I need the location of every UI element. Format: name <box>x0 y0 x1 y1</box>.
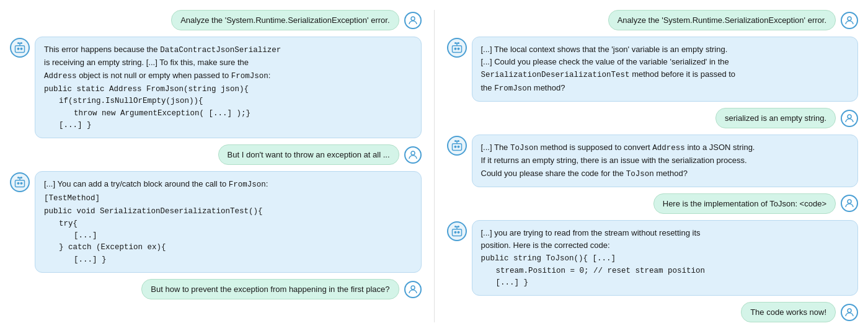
bot-message-1: This error happens because the DataContr… <box>10 37 422 138</box>
bot-avatar-1 <box>10 38 30 58</box>
bot-avatar-2 <box>10 172 30 192</box>
svg-point-31 <box>848 309 851 312</box>
svg-rect-26 <box>452 229 461 236</box>
svg-point-22 <box>458 146 459 148</box>
right-column: Analyze the 'System.Runtime.Serializatio… <box>447 10 859 322</box>
right-bot-avatar-2 <box>447 136 467 156</box>
bot-bubble-1: This error happens because the DataContr… <box>35 37 422 138</box>
right-user-bubble-1: Analyze the 'System.Runtime.Serializatio… <box>608 10 836 30</box>
svg-point-16 <box>458 48 459 50</box>
svg-point-6 <box>411 151 415 155</box>
user-avatar-1 <box>404 12 422 29</box>
right-user-avatar-3 <box>841 195 858 212</box>
right-bot-message-2: [...] The ToJson method is supposed to c… <box>447 135 859 187</box>
svg-rect-1 <box>16 46 25 53</box>
svg-point-15 <box>454 48 456 50</box>
right-user-bubble-3: Here is the implementation of ToJson: <c… <box>653 193 836 214</box>
user-avatar-2 <box>404 146 422 164</box>
svg-point-5 <box>21 43 22 44</box>
right-user-bubble-4: The code works now! <box>741 302 836 322</box>
svg-point-24 <box>458 141 459 142</box>
svg-point-18 <box>458 43 459 44</box>
right-user-message-1: Analyze the 'System.Runtime.Serializatio… <box>447 10 859 30</box>
right-user-avatar-2 <box>841 110 858 127</box>
svg-point-3 <box>20 48 22 50</box>
svg-point-11 <box>21 177 22 179</box>
right-user-bubble-2: serialized is an empty string. <box>715 108 836 128</box>
svg-rect-7 <box>16 180 25 187</box>
svg-point-4 <box>18 43 19 44</box>
right-bot-avatar-1 <box>447 38 467 58</box>
svg-point-25 <box>848 200 851 203</box>
svg-point-19 <box>848 115 851 118</box>
svg-point-2 <box>17 48 19 50</box>
right-user-avatar-1 <box>841 12 858 29</box>
user-message-1: Analyze the 'System.Runtime.Serializatio… <box>10 10 422 30</box>
svg-point-8 <box>17 183 19 185</box>
svg-point-9 <box>20 183 22 185</box>
svg-rect-20 <box>452 144 461 151</box>
right-user-message-4: The code works now! <box>447 302 859 322</box>
right-user-message-3: Here is the implementation of ToJson: <c… <box>447 193 859 214</box>
svg-point-30 <box>458 226 459 228</box>
left-column: Analyze the 'System.Runtime.Serializatio… <box>10 10 422 322</box>
bot-bubble-2: [...] You can add a try/catch block arou… <box>35 171 422 273</box>
svg-point-17 <box>454 43 456 44</box>
svg-point-13 <box>848 17 851 20</box>
column-divider <box>434 10 435 322</box>
user-bubble-2: But I don't want to throw an exception a… <box>218 144 399 165</box>
user-bubble-1: Analyze the 'System.Runtime.Serializatio… <box>171 10 399 30</box>
svg-point-0 <box>411 17 415 20</box>
right-bot-message-1: [...] The local context shows that the '… <box>447 37 859 102</box>
right-bot-message-3: [...] you are trying to read from the st… <box>447 220 859 296</box>
svg-point-28 <box>458 231 459 233</box>
right-bot-avatar-3 <box>447 221 467 241</box>
svg-rect-14 <box>452 46 461 53</box>
svg-point-23 <box>454 141 456 142</box>
svg-point-10 <box>18 177 19 179</box>
user-bubble-3: But how to prevent the exception from ha… <box>141 279 399 299</box>
right-user-avatar-4 <box>841 304 858 321</box>
user-avatar-3 <box>404 281 422 298</box>
user-message-3: But how to prevent the exception from ha… <box>10 279 422 299</box>
right-bot-bubble-1: [...] The local context shows that the '… <box>472 37 859 102</box>
right-bot-bubble-2: [...] The ToJson method is supposed to c… <box>472 135 859 187</box>
chat-container: Analyze the 'System.Runtime.Serializatio… <box>0 0 868 332</box>
user-message-2: But I don't want to throw an exception a… <box>10 144 422 165</box>
svg-point-29 <box>454 226 456 228</box>
right-user-message-2: serialized is an empty string. <box>447 108 859 128</box>
svg-point-12 <box>411 286 415 290</box>
bot-message-2: [...] You can add a try/catch block arou… <box>10 171 422 273</box>
svg-point-27 <box>454 231 456 233</box>
svg-point-21 <box>454 146 456 148</box>
right-bot-bubble-3: [...] you are trying to read from the st… <box>472 220 859 296</box>
